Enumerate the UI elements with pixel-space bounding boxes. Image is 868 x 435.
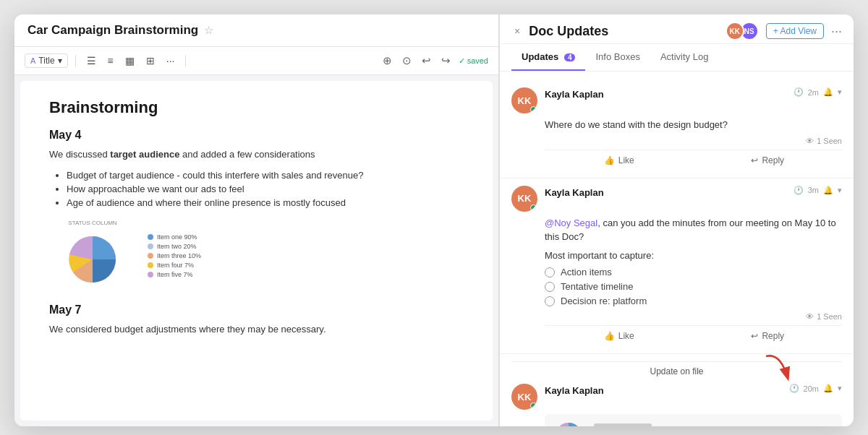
like-icon: 👍 <box>604 155 615 165</box>
legend-label-4: Item four 7% <box>157 262 194 269</box>
unordered-list-btn[interactable]: ☰ <box>83 53 100 69</box>
thumb-lines <box>594 423 652 427</box>
update-2-checklist: Action items Tentative timeline Decision… <box>545 267 842 306</box>
pie-chart: STATUS COLUMN <box>49 220 136 292</box>
tabs-bar: Updates 4 Info Boxes Activity Log <box>500 44 854 72</box>
legend-item-1: Item one 90% <box>148 233 201 241</box>
pie-chart-svg <box>60 229 125 287</box>
saved-label: ✓ saved <box>459 56 488 66</box>
check-circle-3 <box>545 296 555 306</box>
reply-button-2[interactable]: ↩ Reply <box>694 326 843 346</box>
update-1-actions: 👍 Like ↩ Reply <box>545 150 842 171</box>
bell-icon-3: 🔔 <box>823 384 833 393</box>
updates-list: KK Kayla Kaplan 🕐 2m 🔔 ▾ Where do we sta… <box>500 72 854 426</box>
clock-icon-2: 🕐 <box>793 186 804 195</box>
redo-btn[interactable]: ↪ <box>439 52 453 69</box>
legend-item-5: Item five 7% <box>148 271 201 278</box>
table-btn[interactable]: ⊞ <box>142 53 158 69</box>
section-1-date: May 4 <box>49 129 464 142</box>
legend-label-5: Item five 7% <box>157 271 193 278</box>
comment-btn[interactable]: ⊙ <box>400 52 414 69</box>
update-item-3: Update on file <box>500 354 854 426</box>
chart-legend: Item one 90% Item two 20% Item three 10%… <box>148 233 201 278</box>
undo-btn[interactable]: ↩ <box>420 52 433 69</box>
update-2-time-area: 🕐 3m 🔔 ▾ <box>793 186 842 195</box>
online-indicator-3 <box>530 402 537 409</box>
legend-dot-4 <box>148 262 153 268</box>
update-1-time: 2m <box>808 88 819 97</box>
globe-btn[interactable]: ⊕ <box>380 52 394 69</box>
check-item-1: Action items <box>545 267 842 277</box>
doc-content: Brainstorming May 4 We discussed target … <box>20 81 493 421</box>
chevron-icon-2: ▾ <box>838 186 842 195</box>
tab-activity-log[interactable]: Activity Log <box>650 44 718 71</box>
panel-top-bar: × Doc Updates KK NS + Add View ··· <box>500 14 854 44</box>
legend-label-1: Item one 90% <box>157 233 197 241</box>
star-icon[interactable]: ☆ <box>204 24 213 37</box>
chart-area: STATUS COLUMN Item one 90% <box>49 220 464 292</box>
tab-info-boxes[interactable]: Info Boxes <box>585 44 650 71</box>
like-label-1: Like <box>618 155 634 165</box>
check-label-3: Decision re: platform <box>561 296 647 306</box>
chevron-icon-3: ▾ <box>838 384 842 393</box>
chevron-down-icon: ▾ <box>58 56 62 66</box>
section-1-bullets: Budget of target audience - could this i… <box>67 170 464 208</box>
reply-label-2: Reply <box>762 331 784 341</box>
update-1-author: Kayla Kaplan <box>545 89 604 100</box>
update-item-2: KK Kayla Kaplan 🕐 3m 🔔 ▾ @Noy Segal, can… <box>500 178 854 355</box>
update-1-text: Where do we stand with the design budget… <box>545 118 842 132</box>
updates-badge: 4 <box>564 53 576 61</box>
update-1-header: KK Kayla Kaplan 🕐 2m 🔔 ▾ <box>511 87 842 113</box>
add-view-button[interactable]: + Add View <box>766 23 824 39</box>
red-arrow-svg <box>759 349 799 389</box>
left-panel: Car Campaign Brainstorming ☆ A Title ▾ ☰… <box>14 14 499 426</box>
update-3-meta: Kayla Kaplan <box>545 384 782 397</box>
thumb-line-1 <box>594 423 652 427</box>
update-3-time: 20m <box>804 384 819 393</box>
avatar-1: KK <box>726 22 744 40</box>
image-btn[interactable]: ▦ <box>122 53 138 69</box>
clock-icon: 🕐 <box>793 87 804 97</box>
toolbar-right: ⊕ ⊙ ↩ ↪ ✓ saved <box>380 52 488 69</box>
bullet-3: Age of audience and where their online p… <box>67 197 464 208</box>
check-label-1: Action items <box>561 267 612 277</box>
legend-label-3: Item three 10% <box>157 252 201 259</box>
update-2-text: @Noy Segal, can you add the minutes from… <box>545 216 842 244</box>
like-button-2[interactable]: 👍 Like <box>545 326 694 346</box>
reply-button-1[interactable]: ↩ Reply <box>694 150 843 171</box>
section-2-date: May 7 <box>49 303 464 316</box>
update-3-avatar: KK <box>511 384 537 410</box>
ordered-list-btn[interactable]: ≡ <box>104 53 117 69</box>
bell-icon: 🔔 <box>823 87 833 97</box>
tab-updates[interactable]: Updates 4 <box>511 44 585 71</box>
legend-dot-3 <box>148 253 153 259</box>
avatar-group: KK NS <box>726 22 759 40</box>
more-options-button[interactable]: ··· <box>831 24 842 39</box>
toolbar: A Title ▾ ☰ ≡ ▦ ⊞ ··· ⊕ ⊙ ↩ ↪ ✓ saved <box>14 47 498 75</box>
legend-dot-5 <box>148 272 153 277</box>
eye-icon: 👁 <box>806 137 814 145</box>
close-button[interactable]: × <box>511 24 523 38</box>
thumbnail-preview <box>545 414 842 426</box>
right-panel: × Doc Updates KK NS + Add View ··· Updat… <box>499 14 854 426</box>
update-2-meta: Kayla Kaplan <box>545 186 786 199</box>
toolbar-separator-2 <box>185 55 186 66</box>
panel-title: Doc Updates <box>529 24 608 39</box>
text-style-select[interactable]: A Title ▾ <box>25 53 68 68</box>
update-on-file-label: Update on file <box>650 366 703 376</box>
thumb-chart <box>550 420 587 426</box>
check-label-2: Tentative timeline <box>561 281 633 292</box>
text-style-label: Title <box>38 56 54 66</box>
check-item-2: Tentative timeline <box>545 281 842 292</box>
like-button-1[interactable]: 👍 Like <box>545 150 694 171</box>
update-on-file-bar: Update on file <box>511 361 842 378</box>
check-item-3: Decision re: platform <box>545 296 842 306</box>
reply-label-1: Reply <box>762 155 784 165</box>
section-1-body: We discussed target audience and added a… <box>49 147 464 163</box>
update-2-author: Kayla Kaplan <box>545 187 604 198</box>
update-1-avatar: KK <box>511 87 537 113</box>
bullet-1: Budget of target audience - could this i… <box>67 170 464 181</box>
update-1-meta: Kayla Kaplan <box>545 87 786 100</box>
more-format-btn[interactable]: ··· <box>163 53 179 69</box>
reply-icon-2: ↩ <box>751 331 758 341</box>
